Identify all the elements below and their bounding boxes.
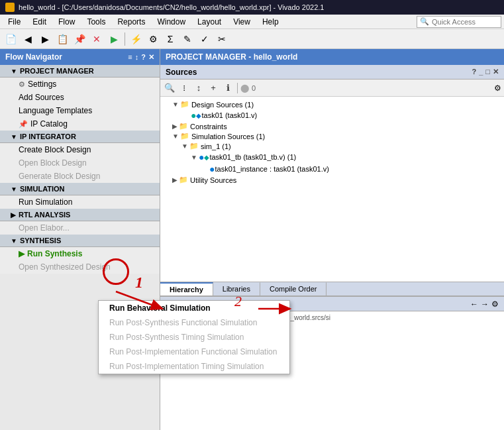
rtl-arrow-icon: ▶ [11, 211, 16, 219]
constraints-label: Constraints [190, 123, 227, 131]
info-btn[interactable]: ℹ [221, 81, 234, 95]
nav-create-block-design[interactable]: Create Block Design [0, 143, 160, 156]
nav-open-synthesized-design[interactable]: Open Synthesized Design [0, 260, 160, 274]
edit-button[interactable]: ✎ [179, 31, 195, 47]
arrow-left-icon[interactable]: ← [470, 299, 478, 309]
sim-arrow-icon: ▼ [11, 186, 17, 193]
ctx-run-post-impl-func[interactable]: Run Post-Implementation Functional Simul… [99, 345, 289, 359]
open-elabor-label: Open Elabor... [19, 223, 70, 233]
ctx-run-behavioral-sim[interactable]: Run Behavioral Simulation [99, 301, 289, 315]
ctx-run-post-syn-func[interactable]: Run Post-Synthesis Functional Simulation [99, 315, 289, 330]
section-project-manager[interactable]: ▼ PROJECT MANAGER [0, 65, 160, 78]
question-icon[interactable]: ? [472, 68, 476, 76]
scissors-button[interactable]: ✂ [214, 31, 230, 47]
pm-section-label: PROJECT MANAGER [20, 67, 94, 75]
toolbar-separator-1 [125, 32, 125, 46]
menu-reports[interactable]: Reports [112, 16, 150, 28]
maximize-panel-icon[interactable]: □ [485, 68, 490, 76]
back-button[interactable]: ◀ [20, 31, 36, 47]
sim-sources-arrow: ▼ [172, 133, 179, 140]
paste-button[interactable]: 📌 [72, 31, 87, 47]
tree-utility-sources[interactable]: ▶ 📁 Utility Sources [160, 175, 504, 185]
task01-blue-dot: ◆ [196, 112, 201, 119]
nav-open-elabor[interactable]: Open Elabor... [0, 221, 160, 235]
minimize-icon[interactable]: ≡ [128, 53, 132, 62]
expand-icon[interactable]: ↕ [135, 53, 139, 62]
tree-constraints[interactable]: ▶ 📁 Constraints [160, 121, 504, 131]
stop-button[interactable]: ✕ [89, 31, 105, 47]
sim-sources-label: Simulation Sources (1) [191, 133, 265, 140]
menu-edit[interactable]: Edit [27, 16, 52, 28]
menu-window[interactable]: Window [152, 16, 191, 28]
copy-button[interactable]: 📋 [54, 31, 70, 47]
close-icon[interactable]: ✕ [148, 53, 154, 62]
design-sources-arrow: ▼ [172, 101, 179, 108]
nav-settings[interactable]: ⚙ Settings [0, 78, 160, 91]
minimize-panel-icon[interactable]: _ [479, 68, 483, 76]
tab-libraries[interactable]: Libraries [213, 282, 260, 296]
gear-b-icon[interactable]: ⚙ [491, 299, 499, 309]
sigma-button[interactable]: Σ [162, 31, 178, 47]
tree-sim1[interactable]: ▼ 📁 sim_1 (1) [160, 141, 504, 151]
search-icon: 🔍 [420, 17, 429, 26]
menu-bar: File Edit Flow Tools Reports Window Layo… [0, 15, 504, 29]
filter-btn[interactable]: ⫶ [177, 81, 191, 95]
task01-label: task01 (task01.v) [201, 111, 257, 119]
syn-section-content: ▶ Run Synthesis Open Synthesized Design [0, 247, 160, 274]
flow-navigator-title: Flow Navigator [5, 52, 62, 62]
ip-catalog-label: IP Catalog [30, 119, 68, 129]
nav-ip-catalog[interactable]: 📌 IP Catalog [0, 117, 160, 131]
sim1-label: sim_1 (1) [201, 142, 231, 150]
nav-run-synthesis[interactable]: ▶ Run Synthesis [0, 247, 160, 260]
tree-simulation-sources[interactable]: ▼ 📁 Simulation Sources (1) [160, 131, 504, 141]
ctx-run-post-impl-timing[interactable]: Run Post-Implementation Timing Simulatio… [99, 359, 289, 374]
sources-header-icons: ? _ □ ✕ [472, 68, 499, 76]
menu-tools[interactable]: Tools [81, 16, 111, 28]
nav-generate-block-design[interactable]: Generate Block Design [0, 170, 160, 183]
check-button[interactable]: ✓ [197, 31, 213, 47]
title-text: hello_world - [C:/Users/danidosa/Documen… [19, 3, 324, 11]
tree-task01[interactable]: ● ◆ task01 (task01.v) [160, 109, 504, 121]
section-simulation[interactable]: ▼ SIMULATION [0, 183, 160, 195]
utility-sources-label: Utility Sources [190, 176, 236, 184]
run-synthesis-label: Run Synthesis [27, 249, 82, 258]
arrow-right-icon[interactable]: → [481, 299, 489, 309]
forward-button[interactable]: ▶ [37, 31, 53, 47]
section-synthesis[interactable]: ▼ SYNTHESIS [0, 235, 160, 247]
sort-btn[interactable]: ↕ [192, 81, 205, 95]
run-button[interactable]: ▶ [106, 31, 122, 47]
flow-button[interactable]: ⚡ [128, 31, 144, 47]
utility-arrow: ▶ [172, 176, 177, 184]
tree-design-sources[interactable]: ▼ 📁 Design Sources (1) [160, 99, 504, 109]
section-rtl-analysis[interactable]: ▶ RTL ANALYSIS [0, 209, 160, 221]
new-file-button[interactable]: 📄 [3, 31, 19, 47]
tab-compile-order[interactable]: Compile Order [260, 282, 327, 296]
task01-instance-label: task01_instance : task01 (task01.v) [215, 165, 328, 173]
help-icon[interactable]: ? [141, 53, 146, 62]
quick-access-input[interactable] [432, 18, 498, 26]
quick-access-search[interactable]: 🔍 [417, 16, 501, 28]
tree-task01-tb[interactable]: ▼ ● ◆ task01_tb (task01_tb.v) (1) [160, 151, 504, 163]
add-source-btn[interactable]: + [207, 81, 220, 95]
menu-flow[interactable]: Flow [53, 16, 80, 28]
settings-button[interactable]: ⚙ [145, 31, 161, 47]
gear-settings-btn[interactable]: ⚙ [494, 83, 501, 93]
section-ip-integrator[interactable]: ▼ IP INTEGRATOR [0, 131, 160, 143]
ctx-run-post-syn-timing[interactable]: Run Post-Synthesis Timing Simulation [99, 330, 289, 345]
ip-section-content: Create Block Design Open Block Design Ge… [0, 143, 160, 183]
tab-hierarchy[interactable]: Hierarchy [160, 282, 213, 296]
app-icon [5, 3, 15, 12]
menu-file[interactable]: File [3, 16, 26, 28]
menu-view[interactable]: View [228, 16, 256, 28]
nav-run-simulation[interactable]: Run Simulation [0, 195, 160, 209]
menu-layout[interactable]: Layout [192, 16, 227, 28]
design-sources-folder-icon: 📁 [180, 100, 189, 109]
tree-task01-instance[interactable]: ● task01_instance : task01 (task01.v) [160, 163, 504, 175]
search-sources-btn[interactable]: 🔍 [163, 81, 176, 95]
nav-add-sources[interactable]: Add Sources [0, 91, 160, 104]
menu-help[interactable]: Help [257, 16, 284, 28]
flow-nav-header-icons: ≡ ↕ ? ✕ [128, 53, 154, 62]
nav-open-block-design[interactable]: Open Block Design [0, 156, 160, 170]
nav-language-templates[interactable]: Language Templates [0, 104, 160, 117]
close-panel-icon[interactable]: ✕ [493, 68, 499, 76]
